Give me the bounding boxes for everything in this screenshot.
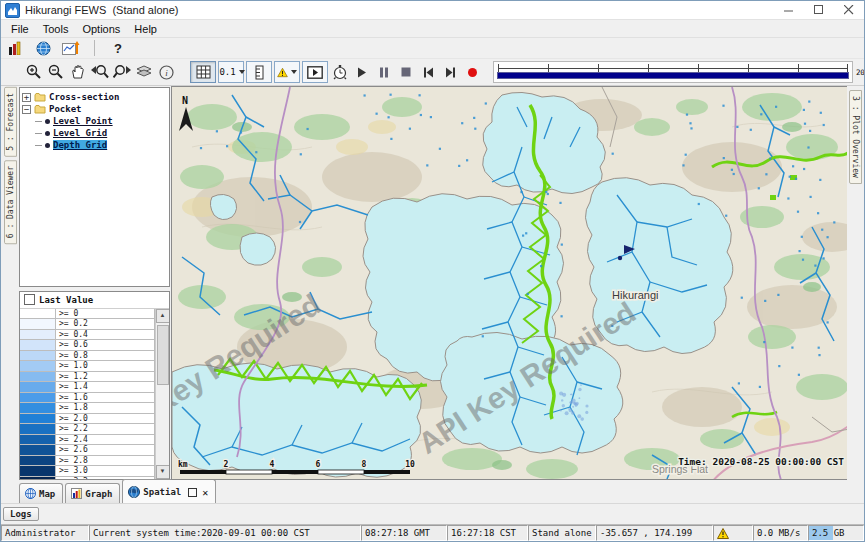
animation-window-button[interactable] bbox=[302, 61, 328, 83]
scroll-up-icon[interactable]: ▲ bbox=[156, 309, 170, 323]
legend-row: >= 2.0 bbox=[20, 414, 154, 425]
tree-item-level-point[interactable]: Level Point bbox=[35, 115, 167, 127]
zoom-next-icon[interactable] bbox=[112, 62, 132, 82]
map-view[interactable]: API Key Required API Key Required Hikura… bbox=[171, 86, 847, 480]
legend-swatch bbox=[20, 403, 56, 413]
timeline-date: 2020-08-25 00:00:00 CST bbox=[856, 68, 865, 77]
expand-icon[interactable]: + bbox=[22, 93, 31, 102]
step-forward-button[interactable] bbox=[440, 62, 460, 82]
tab-spatial[interactable]: Spatial ✕ bbox=[122, 479, 216, 503]
tab-graph[interactable]: Graph bbox=[65, 483, 120, 503]
legend-row: >= 2.6 bbox=[20, 445, 154, 456]
close-button[interactable] bbox=[834, 1, 864, 19]
svg-text:6: 6 bbox=[316, 460, 321, 469]
scroll-thumb[interactable] bbox=[157, 325, 169, 385]
menu-help[interactable]: Help bbox=[127, 22, 164, 36]
main-toolbar: ? bbox=[1, 38, 864, 59]
classbreak-value: 0.1 bbox=[219, 67, 235, 77]
help-button[interactable]: ? bbox=[108, 38, 128, 58]
panel-maximize-icon[interactable] bbox=[188, 488, 197, 497]
app-window: Hikurangi FEWS (Stand alone) File Tools … bbox=[0, 0, 865, 542]
node-bullet-icon bbox=[45, 143, 50, 148]
legend-row: >= 3.0 bbox=[20, 466, 154, 477]
legend-row: >= 0.8 bbox=[20, 351, 154, 362]
maximize-button[interactable] bbox=[804, 1, 834, 19]
minimize-button[interactable] bbox=[774, 1, 804, 19]
grid-display-button[interactable] bbox=[190, 61, 216, 83]
legend-swatch bbox=[20, 477, 56, 480]
legend-row: >= 1.8 bbox=[20, 403, 154, 414]
legend-row: >= 0.4 bbox=[20, 330, 154, 341]
legend-scrollbar[interactable]: ▲ ▼ bbox=[155, 309, 169, 480]
time-slider[interactable] bbox=[493, 61, 853, 83]
svg-text:8: 8 bbox=[362, 460, 367, 469]
panel-close-icon[interactable]: ✕ bbox=[202, 487, 208, 498]
legend-row: >= 0.6 bbox=[20, 340, 154, 351]
collapse-icon[interactable]: − bbox=[22, 105, 31, 114]
timeseries-dialog-icon[interactable] bbox=[61, 38, 81, 58]
explorer-icon[interactable] bbox=[5, 38, 25, 58]
logs-row: Logs bbox=[1, 503, 864, 524]
legend-swatch bbox=[20, 424, 56, 434]
tab-forecast[interactable]: 5 : Forecast bbox=[4, 87, 17, 157]
logs-tab[interactable]: Logs bbox=[3, 507, 39, 521]
tree-label: Cross-section bbox=[49, 92, 119, 102]
zoom-in-icon[interactable] bbox=[24, 62, 44, 82]
window-title: Hikurangi FEWS (Stand alone) bbox=[25, 4, 774, 16]
map-time-label: Time: 2020-08-25 00:00:00 CST bbox=[678, 456, 844, 467]
tree-item-cross-section[interactable]: + Cross-section bbox=[22, 91, 167, 103]
time-slider-range[interactable] bbox=[497, 72, 849, 79]
pause-button[interactable] bbox=[374, 62, 394, 82]
last-value-label: Last Value bbox=[39, 295, 93, 305]
chevron-down-icon bbox=[291, 70, 297, 74]
spatial-globe-icon bbox=[128, 486, 140, 498]
last-value-checkbox[interactable] bbox=[24, 294, 35, 305]
legend-swatch bbox=[20, 319, 56, 329]
tree-label: Level Grid bbox=[53, 128, 107, 138]
tree-item-depth-grid[interactable]: Depth Grid bbox=[35, 139, 167, 151]
app-logo-icon bbox=[5, 3, 20, 18]
legend-row: >= 1.6 bbox=[20, 393, 154, 404]
classbreak-dropdown[interactable]: 0.1 bbox=[218, 61, 244, 83]
scroll-down-icon[interactable]: ▼ bbox=[156, 465, 170, 479]
stop-button[interactable] bbox=[396, 62, 416, 82]
legend-swatch bbox=[20, 330, 56, 340]
tab-plot-overview[interactable]: 3 : Plot Overview bbox=[849, 90, 862, 184]
bottom-tab-bar: Map Graph Spatial ✕ bbox=[1, 480, 864, 503]
zoom-previous-icon[interactable] bbox=[90, 62, 110, 82]
animation-timer-icon[interactable] bbox=[330, 62, 350, 82]
tree-item-level-grid[interactable]: Level Grid bbox=[35, 127, 167, 139]
node-bullet-icon bbox=[45, 119, 50, 124]
warning-threshold-dropdown[interactable] bbox=[274, 61, 300, 83]
info-icon[interactable]: i bbox=[156, 62, 176, 82]
filter-tree: + Cross-section − Pocket Level Point bbox=[19, 87, 170, 287]
legend-swatch bbox=[20, 445, 56, 455]
menu-options[interactable]: Options bbox=[75, 22, 127, 36]
layers-icon[interactable] bbox=[134, 62, 154, 82]
legend-row: >= 2.2 bbox=[20, 424, 154, 435]
left-tab-strip: 5 : Forecast 6 : Data Viewer bbox=[1, 86, 19, 480]
step-back-button[interactable] bbox=[418, 62, 438, 82]
node-bullet-icon bbox=[45, 131, 50, 136]
pan-hand-icon[interactable] bbox=[68, 62, 88, 82]
tree-item-pocket[interactable]: − Pocket bbox=[22, 103, 167, 115]
tab-data-viewer[interactable]: 6 : Data Viewer bbox=[4, 160, 17, 244]
tree-label: Pocket bbox=[49, 104, 82, 114]
play-button[interactable] bbox=[352, 62, 372, 82]
status-bar: Administrator Current system time:2020-0… bbox=[1, 524, 864, 541]
status-coordinates: -35.657 , 174.199 bbox=[596, 525, 713, 541]
svg-text:i: i bbox=[165, 68, 168, 78]
legend-row: >= 2.4 bbox=[20, 435, 154, 446]
scalebar-toggle-button[interactable] bbox=[246, 61, 272, 83]
svg-text:2: 2 bbox=[224, 460, 229, 469]
record-button[interactable] bbox=[462, 62, 482, 82]
status-throughput: 0.0 MB/s bbox=[753, 525, 808, 541]
menu-tools[interactable]: Tools bbox=[36, 22, 76, 36]
menu-file[interactable]: File bbox=[4, 22, 36, 36]
legend-swatch bbox=[20, 309, 56, 319]
map-toolbar: i 0.1 bbox=[1, 59, 864, 86]
spatial-display-globe-icon[interactable] bbox=[33, 38, 53, 58]
tab-map[interactable]: Map bbox=[19, 483, 63, 503]
status-warning[interactable] bbox=[713, 525, 753, 541]
zoom-out-icon[interactable] bbox=[46, 62, 66, 82]
